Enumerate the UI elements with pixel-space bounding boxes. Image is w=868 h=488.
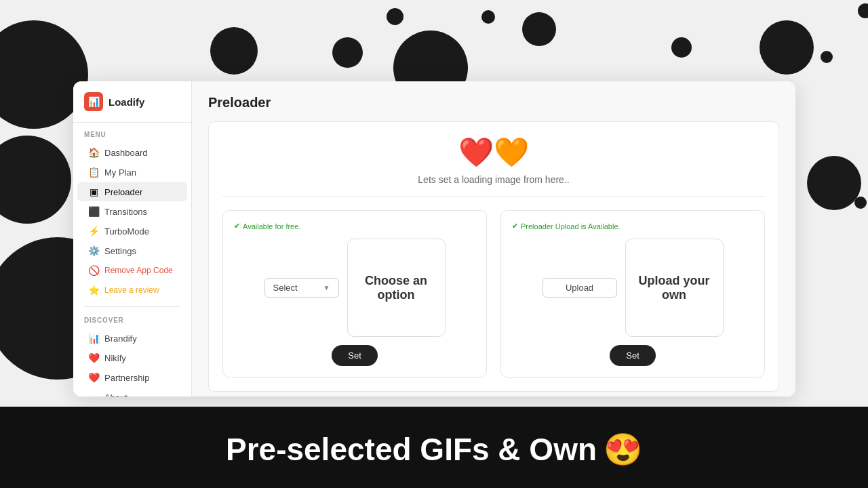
preloader-header: ❤️🧡 Lets set a loading image from here..: [222, 136, 765, 197]
options-row: Available for free. Select ▼ Choose an o…: [222, 210, 765, 378]
select-label: Select: [273, 283, 298, 293]
partnership-icon: ❤️: [88, 372, 99, 383]
page-title: Preloader: [208, 95, 779, 110]
hearts-emoji: ❤️🧡: [458, 136, 529, 169]
bottom-banner: Pre-selected GIFs & Own 😍: [0, 410, 868, 488]
sidebar-item-leave-review[interactable]: ⭐ Leave a review: [77, 281, 187, 300]
sidebar-item-label: Dashboard: [104, 148, 148, 158]
remove-app-code-icon: 🚫: [88, 265, 99, 276]
sidebar-item-label: TurboMode: [104, 226, 149, 237]
sidebar-item-settings[interactable]: ⚙️ Settings: [77, 241, 187, 260]
banner-text: Pre-selected GIFs & Own: [226, 431, 597, 468]
option-preview-right: Upload your own: [625, 239, 724, 337]
settings-icon: ⚙️: [88, 245, 99, 256]
sidebar-item-preloader[interactable]: ▣ Preloader: [77, 182, 187, 201]
app-window: 📊 Loadify MENU 🏠 Dashboard 📋 My Plan ▣ P…: [73, 81, 795, 396]
sidebar-item-label: Partnership: [104, 373, 149, 383]
option-card-right: Preloader Upload is Available. Upload Up…: [500, 210, 765, 378]
sidebar-item-label: About: [104, 392, 127, 397]
sidebar: 📊 Loadify MENU 🏠 Dashboard 📋 My Plan ▣ P…: [73, 81, 192, 396]
sidebar-item-label: Brandify: [104, 333, 137, 344]
sidebar-divider: [84, 306, 180, 307]
sidebar-item-remove-app-code[interactable]: 🚫 Remove App Code: [77, 261, 187, 280]
sidebar-item-label: Nikify: [104, 353, 126, 363]
badge-available-left: Available for free.: [234, 222, 300, 230]
sidebar-item-nikify[interactable]: ❤️ Nikify: [77, 348, 187, 367]
sidebar-item-partnership[interactable]: ❤️ Partnership: [77, 368, 187, 387]
turbomode-icon: ⚡: [88, 226, 99, 237]
option-card-left: Available for free. Select ▼ Choose an o…: [222, 210, 487, 378]
upload-button[interactable]: Upload: [542, 278, 617, 298]
sidebar-item-transitions[interactable]: ⬛ Transitions: [77, 202, 187, 221]
sidebar-item-about[interactable]: → About: [77, 388, 187, 396]
main-content: Preloader ❤️🧡 Lets set a loading image f…: [192, 81, 795, 396]
sidebar-item-label: Transitions: [104, 207, 147, 217]
about-icon: →: [88, 392, 99, 396]
preloader-icon: ▣: [88, 186, 99, 197]
select-dropdown[interactable]: Select ▼: [264, 278, 339, 298]
sidebar-item-turbomode[interactable]: ⚡ TurboMode: [77, 222, 187, 241]
sidebar-item-label: Preloader: [104, 187, 142, 197]
sidebar-item-label: My Plan: [104, 167, 136, 178]
sidebar-item-label: Remove App Code: [104, 266, 173, 275]
badge-available-right: Preloader Upload is Available.: [512, 222, 620, 230]
discover-label: Discover: [73, 314, 191, 328]
menu-label: MENU: [73, 131, 191, 142]
nikify-icon: ❤️: [88, 352, 99, 363]
choose-option-text: Choose an option: [348, 274, 445, 302]
myplan-icon: 📋: [88, 167, 99, 178]
set-button-left[interactable]: Set: [332, 345, 378, 366]
leave-review-icon: ⭐: [88, 285, 99, 296]
option-preview-left: Choose an option: [347, 239, 446, 337]
logo-area: 📊 Loadify: [73, 92, 191, 123]
transitions-icon: ⬛: [88, 206, 99, 217]
subtitle: Lets set a loading image from here..: [418, 174, 569, 185]
dashboard-icon: 🏠: [88, 147, 99, 158]
set-button-right[interactable]: Set: [610, 345, 656, 366]
sidebar-item-label: Settings: [104, 246, 136, 256]
brandify-icon: 📊: [88, 333, 99, 344]
banner-emoji: 😍: [604, 431, 642, 468]
sidebar-item-myplan[interactable]: 📋 My Plan: [77, 163, 187, 182]
sidebar-item-label: Leave a review: [104, 285, 159, 295]
app-logo-icon: 📊: [84, 92, 103, 111]
upload-own-text: Upload your own: [626, 274, 723, 302]
app-logo-text: Loadify: [108, 96, 144, 108]
chevron-down-icon: ▼: [323, 284, 330, 291]
sidebar-item-dashboard[interactable]: 🏠 Dashboard: [77, 143, 187, 162]
sidebar-item-brandify[interactable]: 📊 Brandify: [77, 329, 187, 348]
content-area: ❤️🧡 Lets set a loading image from here..…: [208, 121, 779, 392]
